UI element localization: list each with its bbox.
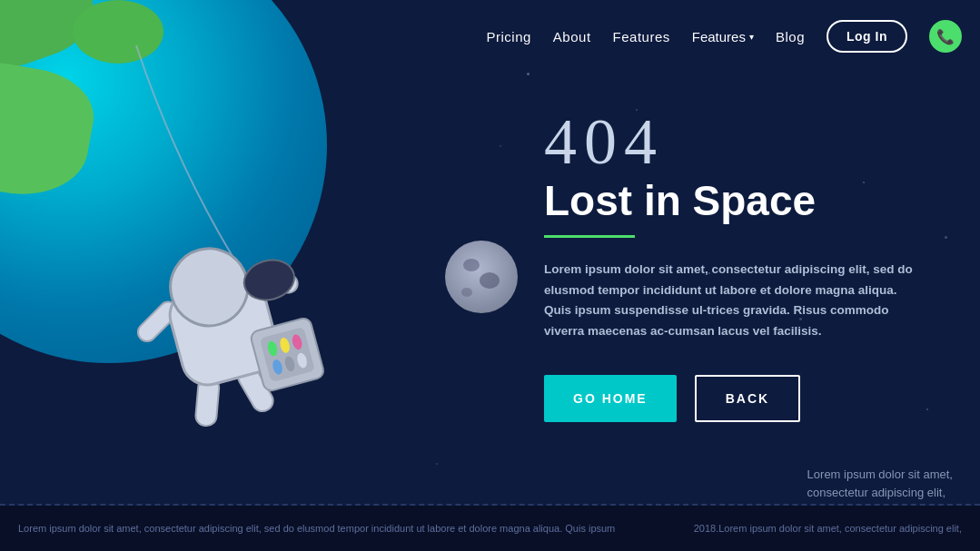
bottom-overlay: Lorem ipsum dolor sit amet, consectetur … bbox=[807, 466, 953, 501]
overlay-text-line1: Lorem ipsum dolor sit amet, bbox=[807, 466, 953, 484]
panel-dot bbox=[272, 359, 284, 376]
moon-crater bbox=[463, 259, 480, 271]
moon-crater bbox=[480, 272, 500, 289]
footer-left-text: Lorem ipsum dolor sit amet, consectetur … bbox=[18, 523, 615, 534]
footer-right-text: 2018.Lorem ipsum dolor sit amet, consect… bbox=[694, 523, 962, 534]
nav-pricing[interactable]: Pricing bbox=[487, 29, 531, 44]
moon-illustration bbox=[445, 241, 518, 313]
nav-features-dropdown[interactable]: Features ▾ bbox=[692, 29, 754, 44]
phone-button[interactable]: 📞 bbox=[929, 20, 962, 53]
star bbox=[945, 236, 947, 239]
star bbox=[926, 408, 928, 410]
error-code: 404 bbox=[544, 109, 926, 174]
main-content: 404 Lost in Space Lorem ipsum dolor sit … bbox=[544, 109, 926, 422]
navigation: Pricing About Features Features ▾ Blog L… bbox=[0, 0, 980, 73]
panel-dot bbox=[283, 355, 296, 372]
nav-features-label: Features bbox=[692, 29, 746, 44]
nav-links: Pricing About Features Features ▾ Blog L… bbox=[487, 20, 963, 53]
title-underline bbox=[544, 235, 635, 238]
panel-dot bbox=[291, 333, 303, 350]
overlay-text-line2: consectetur adipiscing elit, bbox=[807, 484, 953, 502]
footer-bar: Lorem ipsum dolor sit amet, consectetur … bbox=[0, 506, 980, 551]
moon-crater bbox=[461, 288, 472, 297]
panel-dot bbox=[266, 340, 279, 358]
nav-features[interactable]: Features bbox=[613, 29, 670, 44]
nav-about[interactable]: About bbox=[553, 29, 591, 44]
panel-dot bbox=[279, 337, 292, 354]
nav-blog[interactable]: Blog bbox=[776, 29, 805, 44]
back-button[interactable]: BACK bbox=[695, 375, 800, 422]
login-button[interactable]: Log In bbox=[827, 20, 907, 53]
go-home-button[interactable]: GO HOME bbox=[544, 375, 677, 422]
panel-dot bbox=[296, 352, 309, 369]
page-title: Lost in Space bbox=[544, 178, 926, 224]
phone-icon: 📞 bbox=[936, 28, 955, 45]
astro-panel bbox=[260, 327, 315, 382]
chevron-down-icon: ▾ bbox=[749, 32, 754, 42]
star bbox=[527, 73, 530, 75]
star bbox=[500, 145, 501, 147]
error-description: Lorem ipsum dolor sit amet, consectetur … bbox=[544, 260, 926, 343]
button-group: GO HOME BACK bbox=[544, 375, 926, 422]
star bbox=[436, 463, 438, 465]
